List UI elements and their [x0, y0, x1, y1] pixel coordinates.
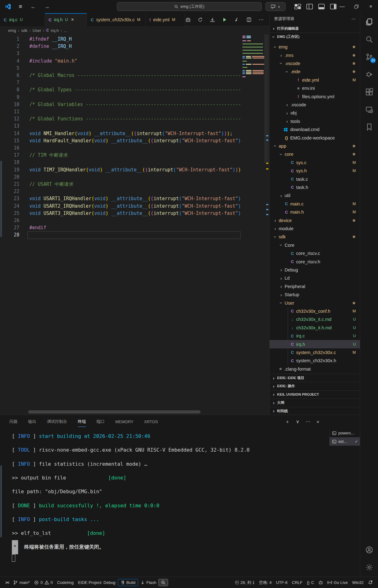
- tree-item-Core[interactable]: ›Core: [270, 241, 360, 249]
- code-line-9[interactable]: 9: [0, 94, 241, 101]
- tree-item-Debug[interactable]: ›Debug: [270, 266, 360, 274]
- panel-tab-输出[interactable]: 输出: [28, 418, 36, 426]
- editor-horizontal-scrollbar[interactable]: [28, 410, 201, 413]
- more-icon[interactable]: ⋯: [306, 419, 310, 424]
- panel-tab-调试控制台[interactable]: 调试控制台: [47, 418, 67, 426]
- tree-item-Startup[interactable]: ›Startup: [270, 291, 360, 299]
- tree-item-.vscode[interactable]: ›.vscode: [270, 59, 360, 68]
- code-editor[interactable]: 1#ifndef __IRQ_H2#define __IRQ_H34#inclu…: [0, 34, 269, 415]
- customize-layout-icon[interactable]: [294, 3, 301, 10]
- tree-item-.vscode[interactable]: ›.vscode: [270, 101, 360, 109]
- split-editor-button[interactable]: [246, 17, 252, 23]
- tree-item-sys.h[interactable]: Csys.hM: [270, 167, 360, 175]
- editor-tab-irq.c[interactable]: Cirq.cU: [0, 13, 45, 26]
- status-platform[interactable]: Win32: [350, 579, 366, 586]
- clean-button[interactable]: [234, 17, 240, 23]
- command-center-search[interactable]: emg (工作区): [117, 2, 262, 11]
- code-line-26[interactable]: 26: [0, 217, 241, 224]
- code-line-3[interactable]: 3: [0, 50, 241, 57]
- close-icon[interactable]: ×: [316, 419, 319, 424]
- tree-item-emg[interactable]: ›emg: [270, 43, 360, 51]
- tree-item-main.h[interactable]: Cmain.hM: [270, 208, 360, 216]
- tree-item-obj[interactable]: ›obj: [270, 109, 360, 117]
- tree-item-download.cmd[interactable]: download.cmd: [270, 125, 360, 134]
- panel-tab-问题[interactable]: 问题: [9, 418, 17, 426]
- code-line-7[interactable]: 7: [0, 79, 241, 86]
- panel-tab-XRTOS[interactable]: XRTOS: [144, 418, 158, 425]
- code-line-25[interactable]: 25void USART3_IRQHandler(void) __attribu…: [0, 210, 241, 217]
- code-line-22[interactable]: 22: [0, 188, 241, 195]
- close-tab-icon[interactable]: ×: [71, 17, 74, 23]
- tree-item-app[interactable]: ›app: [270, 142, 360, 150]
- tree-item-irq.c[interactable]: Cirq.cU: [270, 332, 360, 340]
- activitybar-remote-explorer[interactable]: [360, 102, 378, 117]
- code-line-15[interactable]: 15void HardFault_Handler(void) __attribu…: [0, 137, 241, 144]
- minimize-button[interactable]: —: [335, 0, 349, 13]
- tree-item-env.ini[interactable]: ≡env.ini: [270, 84, 360, 92]
- sidebar-section-大纲[interactable]: ›大纲: [270, 398, 360, 407]
- status-remote[interactable]: ><: [3, 579, 11, 586]
- tree-item-ch32v30x_it.c.md[interactable]: ↓ch32v30x_it.c.mdU: [270, 315, 360, 323]
- activitybar-accounts[interactable]: [360, 542, 378, 557]
- tree-item-Peripheral[interactable]: ›Peripheral: [270, 282, 360, 291]
- code-line-19[interactable]: 19void TIM7_IRQHandler(void) __attribute…: [0, 166, 241, 174]
- build-button[interactable]: [185, 17, 191, 23]
- tree-item-core_riscv.c[interactable]: Ccore_riscv.c: [270, 249, 360, 257]
- tree-item-eide.yml[interactable]: !eide.ymlM: [270, 76, 360, 84]
- tree-item-task.h[interactable]: Ctask.h: [270, 183, 360, 191]
- status-codeimg[interactable]: CodeImg: [55, 579, 76, 586]
- tree-item-core[interactable]: ›core: [270, 150, 360, 158]
- status-notifications[interactable]: [366, 579, 375, 586]
- status-go-live[interactable]: Go Live: [325, 579, 350, 586]
- tree-item-ch32v30x_conf.h[interactable]: Cch32v30x_conf.hM: [270, 307, 360, 315]
- download-button[interactable]: [209, 17, 216, 23]
- panel-tab-端口[interactable]: 端口: [97, 418, 105, 426]
- status-encoding[interactable]: UTF-8: [274, 579, 290, 586]
- tree-item-tools[interactable]: ›tools: [270, 117, 360, 125]
- tree-item-sys.c[interactable]: Csys.cM: [270, 159, 360, 167]
- breadcrumb-item[interactable]: sdk: [21, 28, 27, 33]
- tree-item-User[interactable]: ›User: [270, 299, 360, 307]
- panel-tab-MEMORY[interactable]: MEMORY: [115, 418, 133, 425]
- editor-scrollbar[interactable]: [264, 34, 269, 163]
- editor-tab-irq.h[interactable]: Cirq.hU×: [45, 13, 87, 26]
- code-line-20[interactable]: 20: [0, 174, 241, 181]
- toggle-panel-icon[interactable]: [318, 3, 325, 10]
- breadcrumb-item[interactable]: irq.h: [51, 28, 59, 33]
- back-arrow-icon[interactable]: ←: [30, 3, 36, 10]
- tree-item-.mrs[interactable]: ›.mrs: [270, 51, 360, 59]
- tree-item-ch32v30x_it.h.md[interactable]: ↓ch32v30x_it.h.mdU: [270, 324, 360, 332]
- code-line-24[interactable]: 24void USART2_IRQHandler(void) __attribu…: [0, 203, 241, 210]
- chevron-down-icon[interactable]: ∨: [296, 419, 299, 424]
- status-problems[interactable]: 00: [32, 579, 55, 586]
- code-line-11[interactable]: 11: [0, 108, 241, 115]
- breadcrumb-item[interactable]: ...: [64, 28, 67, 33]
- menu-icon[interactable]: ≡: [19, 3, 22, 10]
- code-line-17[interactable]: 17// TIM 中断请求: [0, 152, 241, 159]
- tree-item-main.c[interactable]: Cmain.cM: [270, 200, 360, 208]
- code-line-16[interactable]: 16: [0, 144, 241, 152]
- activitybar-source-control[interactable]: 24: [360, 49, 378, 64]
- tree-item-system_ch32v30x.c[interactable]: Csystem_ch32v30x.cM: [270, 348, 360, 357]
- activitybar-extensions[interactable]: [360, 84, 378, 99]
- tree-item-files.options.yml[interactable]: !files.options.yml: [270, 92, 360, 100]
- plus-icon[interactable]: ＋: [285, 419, 290, 425]
- editor-tab-eide.yml[interactable]: !eide.ymlM: [146, 13, 185, 26]
- breadcrumb[interactable]: emg›sdk›User›Cirq.h›...: [0, 26, 269, 34]
- tree-item-device[interactable]: ›device: [270, 216, 360, 224]
- sidebar-more-actions-icon[interactable]: ⋯: [351, 17, 356, 21]
- activitybar-bookmarks[interactable]: [360, 119, 378, 134]
- minimap[interactable]: [242, 36, 264, 117]
- toggle-primary-sidebar-icon[interactable]: [306, 3, 313, 10]
- tree-item-.eide[interactable]: ›.eide: [270, 68, 360, 76]
- code-line-10[interactable]: 10/* Global Variables ------------------…: [0, 101, 241, 108]
- run-button[interactable]: [221, 17, 228, 23]
- activitybar-run-debug[interactable]: [360, 67, 378, 82]
- code-line-5[interactable]: 5: [0, 65, 241, 72]
- tree-item-task.c[interactable]: Ctask.c: [270, 175, 360, 183]
- copilot-button[interactable]: ∨: [266, 2, 286, 11]
- status-copilot[interactable]: [316, 579, 325, 586]
- sidebar-section-时间线[interactable]: ›时间线: [270, 407, 360, 415]
- breadcrumb-item[interactable]: User: [32, 28, 41, 33]
- code-line-18[interactable]: 18: [0, 159, 241, 166]
